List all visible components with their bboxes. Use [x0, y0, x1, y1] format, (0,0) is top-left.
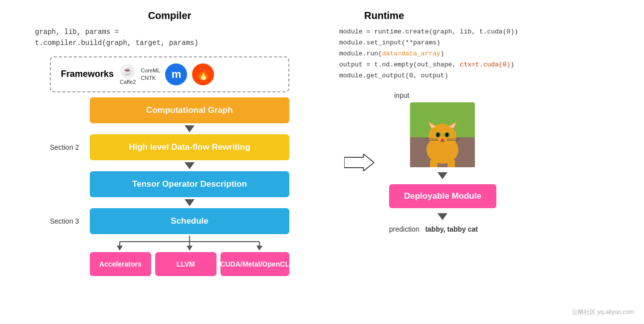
- runtime-section: Runtime module = runtime.create(graph, l…: [324, 10, 629, 314]
- frameworks-label: Frameworks: [61, 69, 114, 79]
- arrow-down-icon-1: [185, 125, 195, 132]
- computational-graph-label: Computational Graph: [146, 105, 233, 115]
- svg-rect-27: [447, 160, 455, 167]
- cat-image: [410, 102, 475, 167]
- dataflow-label: High level Data-flow Rewriting: [129, 142, 250, 152]
- compiler-section: Compiler graph, lib, params = t.compiler…: [15, 10, 324, 314]
- pipeline-row-dataflow: Section 2 High level Data-flow Rewriting: [50, 134, 289, 160]
- big-right-arrow: [344, 154, 374, 171]
- runtime-code-line-5: module.get_output(0, output): [339, 70, 518, 81]
- svg-marker-5: [117, 246, 123, 251]
- svg-marker-7: [256, 246, 262, 251]
- cat-svg: [410, 102, 475, 167]
- tensor-label: Tensor Operator Description: [132, 179, 247, 189]
- runtime-diagram: input: [334, 91, 629, 233]
- dataflow-box: High level Data-flow Rewriting: [90, 134, 289, 160]
- computational-graph-box: Computational Graph: [90, 97, 289, 123]
- runtime-code-line-3: module.run(data=data_array): [339, 48, 518, 59]
- caffe2-icon: ☕: [120, 64, 135, 79]
- input-label: input: [394, 91, 409, 99]
- mxnet-logo: m: [165, 63, 187, 85]
- pipeline-row-tensor: Tensor Operator Description: [50, 171, 289, 197]
- prediction-text: prediction tabby, tabby cat: [389, 225, 478, 233]
- fanout-arrows: [50, 236, 289, 251]
- arrow-down-icon-3: [185, 199, 195, 206]
- compiler-title: Compiler: [148, 10, 192, 21]
- arrow-down-to-module: [437, 172, 447, 179]
- runtime-code: module = runtime.create(graph, lib, t.cu…: [334, 26, 518, 81]
- section-label-3: Section 3: [50, 217, 90, 225]
- coreml-cntk-label: CoreML CNTK: [141, 67, 160, 81]
- framework-logos: ☕ Caffe2 CoreML CNTK m 🔥: [120, 63, 214, 85]
- code-highlight-data: data=data_array: [382, 50, 440, 57]
- llvm-label: LLVM: [177, 260, 195, 268]
- arrow-1: [50, 123, 289, 134]
- code-highlight-ctx: ctx=t.cuda(0): [460, 61, 510, 68]
- svg-point-20: [446, 133, 448, 137]
- runtime-code-line-2: module.set_input(**params): [339, 37, 518, 48]
- fanout-svg: [90, 236, 289, 251]
- cntk-label: CNTK: [141, 74, 160, 81]
- accelerators-box: Accelerators: [90, 252, 151, 276]
- deployable-module-box: Deployable Module: [389, 184, 496, 208]
- watermark: 云栖社区 yq.aliyun.com: [572, 308, 634, 317]
- pipeline: Computational Graph Section 2 High level…: [50, 97, 289, 276]
- section-label-2: Section 2: [50, 143, 90, 151]
- caffe2-label: Caffe2: [120, 79, 136, 85]
- schedule-box: Schedule: [90, 208, 289, 234]
- accelerators-label: Accelerators: [99, 260, 142, 268]
- runtime-code-line-4: output = t.nd.empty(out_shape, ctx=t.cud…: [339, 59, 518, 70]
- bottom-boxes: Accelerators LLVM CUDA/Metal/OpenCL: [50, 252, 289, 276]
- arrow-right-svg: [344, 154, 374, 171]
- code-line-1: graph, lib, params =: [35, 26, 324, 37]
- frameworks-box: Frameworks ☕ Caffe2 CoreML CNTK m 🔥: [50, 56, 289, 92]
- pipeline-row-computational: Computational Graph: [50, 97, 289, 123]
- caffe2-logo: ☕ Caffe2: [120, 64, 136, 85]
- cuda-label: CUDA/Metal/OpenCL: [220, 260, 289, 268]
- deployable-module-label: Deployable Module: [404, 191, 481, 201]
- svg-marker-8: [344, 154, 374, 171]
- llvm-box: LLVM: [155, 252, 216, 276]
- runtime-title: Runtime: [334, 10, 404, 21]
- svg-rect-26: [430, 160, 437, 167]
- compiler-code: graph, lib, params = t.compiler.build(gr…: [15, 26, 324, 49]
- tvm-logo: 🔥: [192, 63, 214, 85]
- svg-marker-6: [187, 246, 193, 251]
- prediction-value: tabby, tabby cat: [425, 225, 478, 233]
- arrow-2: [50, 160, 289, 171]
- code-line-2: t.compiler.build(graph, target, params): [35, 37, 324, 48]
- cuda-box: CUDA/Metal/OpenCL: [220, 252, 289, 276]
- prediction-label: prediction: [389, 225, 420, 233]
- arrow-3: [50, 197, 289, 208]
- svg-point-19: [437, 133, 439, 137]
- tensor-box: Tensor Operator Description: [90, 171, 289, 197]
- arrow-down-icon-2: [185, 162, 195, 169]
- schedule-label: Schedule: [171, 216, 209, 226]
- runtime-flow: input: [389, 91, 496, 233]
- arrow-down-to-prediction: [437, 213, 447, 220]
- pipeline-row-schedule: Section 3 Schedule: [50, 208, 289, 234]
- runtime-code-line-1: module = runtime.create(graph, lib, t.cu…: [339, 26, 518, 37]
- coreml-label: CoreML: [141, 67, 160, 74]
